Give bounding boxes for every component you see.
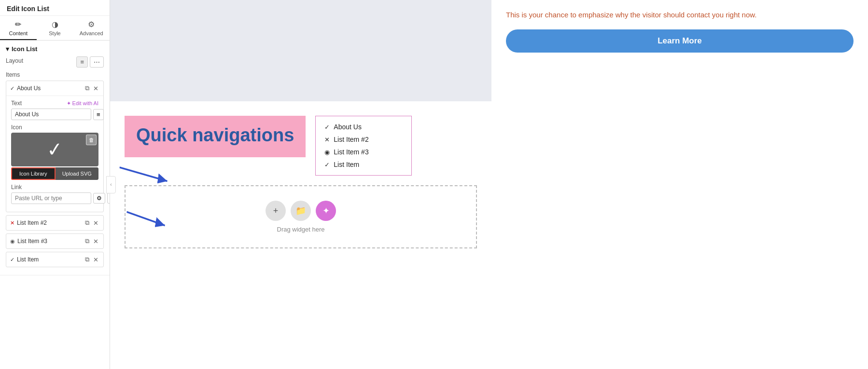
layout-row: Layout ≡ ⋯ (6, 56, 104, 68)
icon-field-label: Icon (11, 124, 22, 131)
list-item-duplicate-btn[interactable]: ⧉ (84, 255, 90, 264)
text-input-field[interactable] (11, 109, 91, 120)
folder-widget-btn[interactable]: 📁 (291, 201, 311, 221)
item-list-item-3: ◉ List Item #3 ⧉ ✕ (6, 233, 104, 249)
about-us-label: About Us (17, 85, 84, 92)
about-us-actions: ⧉ ✕ (84, 83, 99, 93)
nav-circle-icon-3: ◉ (324, 149, 330, 156)
list-item-2-actions: ⧉ ✕ (84, 218, 99, 228)
text-field-label-row: Text ✦ Edit with AI (11, 100, 98, 107)
tabs-row: ✏ Content ◑ Style ⚙ Advanced (0, 16, 110, 41)
learn-more-btn[interactable]: Learn More (506, 29, 854, 53)
list-item-2-icon: ✕ (10, 220, 14, 226)
nav-list-item-4: ✓ List Item (324, 161, 403, 168)
tab-advanced-label: Advanced (80, 30, 103, 36)
list-item-delete-btn[interactable]: ✕ (92, 255, 99, 264)
quick-nav-title: Quick navigations (136, 125, 294, 146)
link-field-label-row: Link (11, 184, 98, 191)
about-us-check-icon: ✓ (10, 85, 14, 92)
upload-svg-btn[interactable]: Upload SVG (56, 167, 99, 180)
right-content: This is your chance to emphasize why the… (491, 0, 868, 369)
icon-action-row: Icon Library Upload SVG (11, 167, 98, 180)
layout-label: Layout (6, 57, 23, 64)
layout-buttons: ≡ ⋯ (76, 56, 104, 68)
icon-library-btn[interactable]: Icon Library (11, 167, 56, 180)
layout-list-btn[interactable]: ≡ (76, 56, 88, 68)
nav-label-list-item-2: List Item #2 (334, 136, 368, 143)
list-item-3-icon: ◉ (10, 238, 15, 245)
list-item-2-delete-btn[interactable]: ✕ (92, 218, 99, 228)
list-item-icon: ✓ (10, 257, 14, 263)
nav-list-item-about-us: ✓ About Us (324, 123, 403, 131)
item-about-us-header: ✓ About Us ⧉ ✕ (6, 81, 103, 96)
nav-label-list-item-3: List Item #3 (334, 148, 368, 156)
advanced-tab-icon: ⚙ (88, 20, 95, 29)
content-tab-icon: ✏ (15, 20, 21, 29)
icon-preview-box: ✓ 🗑 (11, 133, 98, 166)
about-us-delete-btn[interactable]: ✕ (92, 83, 99, 93)
list-item-3-actions: ⧉ ✕ (84, 236, 99, 246)
list-item-3-duplicate-btn[interactable]: ⧉ (84, 236, 90, 246)
text-input-row: ≡ (11, 109, 98, 120)
layout-grid-btn[interactable]: ⋯ (90, 56, 104, 68)
drag-widget-area: + 📁 ✦ Drag widget here (125, 185, 477, 248)
drag-widget-buttons: + 📁 ✦ (266, 201, 336, 221)
item-about-us-expanded: ✓ About Us ⧉ ✕ Text ✦ Edit with AI ≡ (6, 81, 104, 212)
icon-preview-check-icon: ✓ (46, 138, 64, 162)
edit-with-ai-btn[interactable]: ✦ Edit with AI (67, 100, 98, 107)
canvas-bottom: Quick navigations ✓ About Us ✕ List Item… (110, 101, 491, 369)
icon-field-row: Icon ✓ 🗑 Icon Library Upload SVG (11, 124, 98, 180)
left-panel: Edit Icon List ✏ Content ◑ Style ⚙ Advan… (0, 0, 110, 369)
item-list-item: ✓ List Item ⧉ ✕ (6, 252, 104, 267)
link-input-field[interactable] (11, 192, 91, 204)
list-item-3-label: List Item #3 (17, 238, 84, 245)
nav-label-list-item: List Item (334, 161, 359, 168)
items-label: Items (6, 71, 104, 78)
link-field-row: Link ⚙ ≡ (11, 184, 98, 204)
tagline-text: This is your chance to emphasize why the… (506, 5, 854, 21)
item-list-item-2: ✕ List Item #2 ⧉ ✕ (6, 215, 104, 231)
sparkle-widget-btn[interactable]: ✦ (316, 201, 336, 221)
link-input-row: ⚙ ≡ (11, 192, 98, 204)
main-area: Quick navigations ✓ About Us ✕ List Item… (110, 0, 491, 369)
list-item-2-duplicate-btn[interactable]: ⧉ (84, 218, 90, 228)
add-widget-btn[interactable]: + (266, 201, 286, 221)
text-field-label: Text (11, 100, 22, 107)
nav-list-item-2: ✕ List Item #2 (324, 136, 403, 143)
text-menu-btn[interactable]: ≡ (93, 109, 104, 120)
quick-nav-box: Quick navigations (125, 116, 306, 157)
nav-x-icon-2: ✕ (324, 136, 330, 143)
tab-style[interactable]: ◑ Style (37, 16, 73, 40)
icon-field-label-row: Icon (11, 124, 98, 131)
nav-check-icon-1: ✓ (324, 123, 330, 131)
section-arrow-icon: ▾ (6, 45, 9, 53)
nav-check-icon-4: ✓ (324, 161, 330, 168)
section-title: ▾ Icon List (6, 45, 104, 53)
list-item-3-delete-btn[interactable]: ✕ (92, 236, 99, 246)
nav-label-about-us: About Us (334, 123, 362, 131)
tab-style-label: Style (49, 30, 60, 36)
about-us-duplicate-btn[interactable]: ⧉ (84, 83, 90, 93)
tab-content-label: Content (9, 30, 28, 36)
tab-content[interactable]: ✏ Content (0, 16, 37, 40)
list-item-label: List Item (17, 256, 84, 263)
list-item-2-label: List Item #2 (17, 219, 84, 226)
icon-list-section: ▾ Icon List Layout ≡ ⋯ Items ✓ About Us … (0, 41, 110, 275)
about-us-body: Text ✦ Edit with AI ≡ Icon ✓ 🗑 (6, 96, 103, 212)
panel-collapse-toggle[interactable]: ‹ (106, 176, 116, 193)
drag-widget-label: Drag widget here (277, 226, 325, 233)
panel-title: Edit Icon List (0, 0, 110, 16)
nav-list-box: ✓ About Us ✕ List Item #2 ◉ List Item #3… (315, 116, 412, 176)
style-tab-icon: ◑ (52, 20, 58, 29)
delete-icon-btn[interactable]: 🗑 (86, 135, 97, 145)
canvas-top (110, 0, 491, 101)
link-field-label: Link (11, 184, 22, 191)
text-field-row: Text ✦ Edit with AI ≡ (11, 100, 98, 120)
tab-advanced[interactable]: ⚙ Advanced (73, 16, 110, 40)
nav-list-item-3: ◉ List Item #3 (324, 148, 403, 156)
link-settings-btn[interactable]: ⚙ (93, 193, 105, 204)
list-item-actions: ⧉ ✕ (84, 255, 99, 264)
